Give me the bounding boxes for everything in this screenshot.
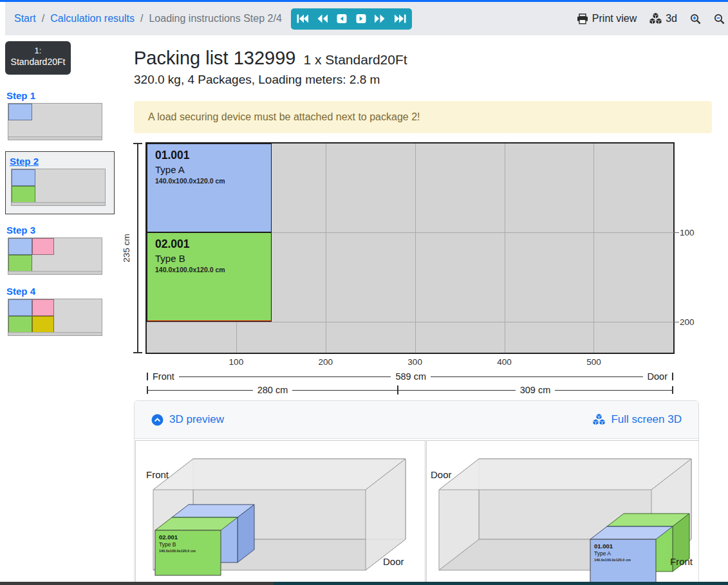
scene1-package-id: 02.001 (159, 534, 178, 541)
skip-to-end-button[interactable] (395, 14, 406, 23)
step-thumbnail[interactable] (8, 237, 102, 275)
y-axis-tick-label: 200 (680, 317, 695, 327)
window-bottom-edge-teal (274, 582, 728, 585)
warning-text: A load securing device must be attached … (148, 111, 420, 123)
step-thumbnail[interactable] (11, 169, 106, 206)
packing-summary: 320.0 kg, 4 Packages, Loading meters: 2.… (134, 73, 407, 87)
y-axis-tick (673, 322, 679, 322)
step-item-step-4[interactable]: Step 4 (5, 286, 122, 336)
segment-309-label: 309 cm (516, 385, 555, 395)
thumb-floor (8, 136, 102, 140)
x-axis-tick-label: 300 (399, 357, 431, 367)
step-back-icon (337, 14, 347, 23)
step-thumbnail[interactable] (8, 299, 102, 336)
breadcrumb-separator: / (42, 13, 44, 24)
x-axis-tick-label: 100 (220, 357, 252, 367)
3d-preview-header: 3D preview Full screen 3D (135, 401, 698, 439)
step-forward-button[interactable] (356, 14, 366, 23)
thumb-package-pink (32, 299, 54, 316)
skip-to-start-icon (297, 14, 308, 23)
dim-cap (133, 143, 142, 144)
thumb-floor (8, 271, 102, 274)
print-view-label: Print view (592, 13, 637, 24)
rewind-icon (317, 14, 328, 23)
thumb-package-green (8, 316, 32, 333)
zoom-out-button[interactable] (714, 14, 725, 24)
step-thumbnail[interactable] (8, 103, 102, 140)
window-bottom-edge (0, 582, 274, 585)
fullscreen-3d-label: Full screen 3D (611, 413, 682, 426)
warning-banner: A load securing device must be attached … (134, 101, 712, 133)
step-label[interactable]: Step 3 (6, 225, 122, 236)
thumb-package-yellow (32, 316, 54, 333)
thumb-package-blue (8, 299, 32, 316)
package-02-001[interactable]: 02.001Type B140.0x100.0x120.0 cm (147, 232, 272, 321)
step-label[interactable]: Step 1 (6, 90, 122, 101)
package-01-001[interactable]: 01.001Type A140.0x100.0x120.0 cm (147, 144, 272, 232)
container-length-label: 589 cm (391, 371, 431, 382)
zoom-in-button[interactable] (690, 14, 701, 24)
printer-icon (577, 14, 588, 24)
3d-view-label: 3d (666, 13, 677, 24)
x-axis-tick-label: 500 (577, 357, 610, 367)
thumb-floor (8, 332, 102, 335)
y-axis-tick-label: 100 (680, 228, 695, 237)
dim-cap (133, 352, 142, 353)
thumb-package-blue (8, 104, 32, 120)
step-label[interactable]: Step 2 (10, 156, 114, 167)
gridline-horizontal (147, 322, 673, 322)
scene2-front-label: Front (670, 556, 693, 567)
page-head: Packing list 132999 1 x Standard20Ft 320… (134, 48, 407, 87)
thumb-package-blue (8, 238, 32, 255)
package-dims: 140.0x100.0x120.0 cm (155, 266, 263, 274)
skip-to-start-button[interactable] (297, 14, 308, 23)
scene1-package-type: Type B (159, 541, 176, 548)
zoom-in-icon (690, 14, 701, 24)
step-item-step-1[interactable]: Step 1 (5, 90, 122, 140)
3d-preview-body: 02.001 Type B 140.0x100.0x120.0 cm Front… (135, 439, 698, 585)
door-label: Door (643, 371, 672, 382)
scene2-door-label: Door (431, 469, 452, 480)
thumb-package-green (8, 255, 32, 272)
step-item-step-3[interactable]: Step 3 (5, 225, 122, 275)
breadcrumb-item[interactable]: Calculation results (50, 13, 135, 24)
length-dimension-row: Front 589 cm Door (147, 371, 673, 382)
chevron-up-circle-icon (151, 414, 163, 426)
container-badge[interactable]: 1: Standard20Ft (5, 41, 71, 75)
load-securing-line (147, 320, 272, 322)
3d-preview-toggle[interactable]: 3D preview (151, 413, 224, 426)
fullscreen-3d-button[interactable]: Full screen 3D (593, 413, 682, 426)
thumb-package-green (12, 186, 35, 203)
top-actions: Print view 3d (577, 13, 719, 24)
package-type: Type A (155, 164, 263, 175)
3d-preview-label: 3D preview (169, 413, 224, 426)
print-view-button[interactable]: Print view (577, 13, 637, 24)
3d-scene-front-view[interactable]: 02.001 Type B 140.0x100.0x120.0 cm Front… (135, 440, 425, 585)
3d-preview-card: 3D preview Full screen 3D (134, 400, 699, 585)
scene1-front-label: Front (146, 469, 169, 480)
breadcrumb-separator: / (140, 13, 143, 24)
top-bar: Start/Calculation results/Loading instru… (5, 2, 728, 35)
rewind-button[interactable] (317, 14, 328, 23)
thumb-package-pink (32, 238, 54, 255)
cubes-3d-icon (593, 414, 605, 425)
y-axis-tick (673, 232, 679, 233)
3d-scene-door-view[interactable]: 01.001 Type A 140.0x100.0x120.0 cm Door … (426, 440, 699, 585)
thumb-floor (12, 202, 105, 205)
scene1-package-dims: 140.0x100.0x120.0 cm (159, 549, 196, 553)
segment-280-label: 280 cm (253, 385, 293, 395)
scene2-package-type: Type A (594, 550, 611, 557)
package-id: 02.001 (155, 237, 263, 251)
container-width-label: 235 cm (122, 229, 131, 268)
step-item-step-2[interactable]: Step 2 (5, 151, 115, 214)
step-label[interactable]: Step 4 (6, 286, 122, 297)
package-id: 01.001 (155, 149, 263, 162)
scene1-door-label: Door (383, 556, 404, 567)
3d-view-button[interactable]: 3d (649, 13, 677, 24)
segment-dimension-row: 280 cm 309 cm (147, 385, 673, 395)
fast-forward-icon (375, 14, 386, 23)
breadcrumb-item[interactable]: Start (14, 13, 36, 24)
fast-forward-button[interactable] (375, 14, 386, 23)
step-back-button[interactable] (337, 14, 347, 23)
container-outline: 01.001Type A140.0x100.0x120.0 cm02.001Ty… (145, 142, 675, 354)
